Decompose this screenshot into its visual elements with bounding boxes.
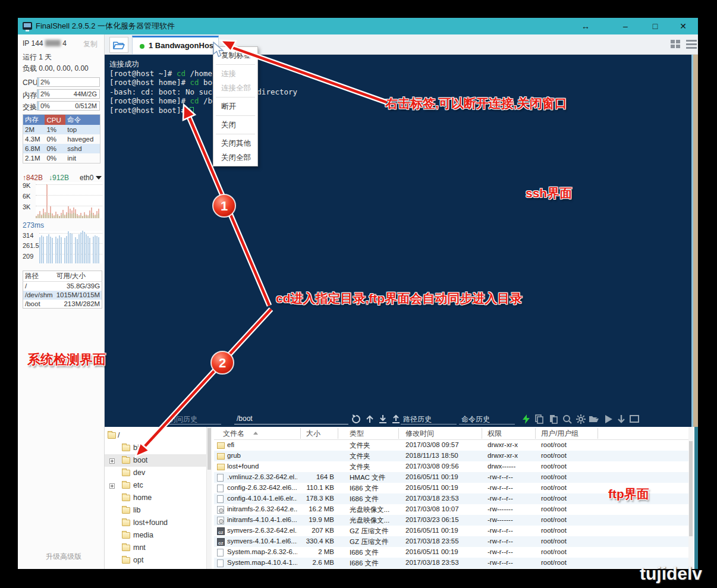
proc-col-header[interactable]: 内存: [23, 115, 45, 125]
server-ip: IP 144 4: [23, 39, 67, 48]
window-icon[interactable]: [629, 414, 640, 425]
tree-item-label: dev: [133, 468, 145, 477]
pull-down-icon[interactable]: [616, 414, 627, 425]
drag-resize-icon[interactable]: ↔: [576, 18, 596, 34]
net-down-label: ↓912B: [49, 174, 69, 182]
tab-bandwagonhost[interactable]: 1 BandwagonHost: [132, 36, 219, 55]
file-cell-type: HMAC 文件: [350, 473, 404, 482]
file-cell-size: 2 MB: [285, 548, 334, 555]
file-cell-size: 2.6 MB: [285, 559, 334, 566]
file-col-header[interactable]: 权限: [488, 429, 502, 439]
file-col-header[interactable]: 文件名: [223, 429, 244, 439]
tree-item-mnt[interactable]: mnt: [105, 542, 207, 554]
process-row[interactable]: 2M1%top: [23, 125, 100, 134]
minimize-button[interactable]: –: [615, 18, 636, 34]
list-view-icon[interactable]: [686, 40, 697, 49]
grid-view-icon[interactable]: [671, 40, 681, 49]
tree-item-home[interactable]: home: [105, 492, 207, 504]
menu-item[interactable]: 关闭全部: [213, 150, 257, 165]
net-iface-select[interactable]: eth0: [80, 174, 102, 182]
tree-item-media[interactable]: media: [105, 529, 207, 542]
expander-icon[interactable]: [109, 458, 115, 464]
tree-item-dev[interactable]: dev: [105, 467, 207, 479]
maximize-button[interactable]: □: [645, 18, 665, 34]
annotation-ftp-label: ftp界面: [608, 486, 649, 502]
app-icon: [23, 22, 32, 30]
menu-item[interactable]: 关闭其他: [213, 136, 257, 150]
menu-item[interactable]: 关闭: [213, 118, 257, 132]
tree-item-label: boot: [133, 456, 147, 464]
disk-row[interactable]: /boot213M/282M: [23, 300, 102, 309]
upgrade-link[interactable]: 升级高级版: [46, 552, 81, 562]
refresh-icon[interactable]: [351, 414, 361, 425]
open-folder-icon[interactable]: [589, 414, 599, 425]
tree-item-[interactable]: /: [105, 429, 207, 442]
process-row[interactable]: 4.3M0%haveged: [23, 134, 100, 144]
file-col-header[interactable]: 大小: [306, 429, 320, 439]
copy-icon[interactable]: [534, 414, 545, 425]
disk-usage-table[interactable]: 路径可用/大小/35.8G/39G/dev/shm1015M/1015M/boo…: [23, 271, 102, 309]
file-list-header: 文件名大小类型修改时间权限用户/用户组: [214, 427, 690, 440]
file-row[interactable]: initramfs-2.6.32-642.e...16.2 MB光盘映像文...…: [214, 504, 690, 515]
file-cell-type: 文件夹: [350, 452, 404, 461]
chevron-down-icon: [96, 176, 102, 180]
file-row[interactable]: System.map-2.6.32-6...2 MBI686 文件2016/05…: [214, 547, 690, 558]
open-connection-button[interactable]: [109, 37, 128, 53]
file-row[interactable]: symvers-4.10.4-1.el6....330.4 KBGZ 压缩文件2…: [214, 536, 690, 547]
close-button[interactable]: ✕: [673, 18, 693, 34]
paste-icon[interactable]: [548, 414, 559, 425]
upload-icon[interactable]: [391, 414, 401, 425]
file-row[interactable]: grub文件夹2018/11/13 18:50drwxr-xr-xroot/ro…: [214, 451, 690, 461]
process-table[interactable]: 内存CPU命令2M1%top4.3M0%haveged6.8M0%sshd2.1…: [23, 114, 100, 163]
expander-icon[interactable]: [109, 483, 115, 489]
file-cell-name: efi: [227, 441, 297, 448]
search-icon[interactable]: [562, 414, 573, 425]
terminal-line: -bash: cd: boot: No such file or directo…: [109, 87, 297, 97]
visit-history-field[interactable]: 访问历史: [169, 414, 197, 425]
file-row[interactable]: efi文件夹2017/03/08 09:57drwxr-xr-xroot/roo…: [214, 440, 690, 451]
file-cell-mtime: 2016/05/11 00:19: [405, 473, 483, 480]
disk-col-header[interactable]: 可用/大小: [55, 271, 102, 282]
file-row[interactable]: symvers-2.6.32-642.el...207 KBGZ 压缩文件201…: [214, 526, 690, 536]
tree-item-etc[interactable]: etc: [105, 479, 207, 492]
tree-scrollbar[interactable]: [207, 427, 212, 569]
file-row[interactable]: lost+found文件夹2017/03/08 09:56drwx------r…: [214, 461, 690, 472]
tree-item-opt[interactable]: opt: [105, 554, 207, 567]
file-cell-perm: -rw-------: [488, 516, 538, 523]
folder-icon: [122, 532, 130, 539]
file-list-scrollbar[interactable]: [688, 427, 693, 569]
process-row[interactable]: 2.1M0%init: [23, 153, 100, 163]
proc-col-header[interactable]: 命令: [65, 115, 100, 125]
file-col-header[interactable]: 修改时间: [405, 429, 434, 439]
file-row[interactable]: System.map-4.10.4-1...2.6 MBI686 文件2017/…: [214, 558, 690, 568]
download-icon[interactable]: [378, 414, 388, 425]
tree-item-label: mnt: [133, 543, 146, 552]
menu-item[interactable]: 断开: [213, 99, 257, 114]
disk-row[interactable]: /dev/shm1015M/1015M: [23, 291, 102, 300]
tree-item-lib[interactable]: lib: [105, 504, 207, 517]
file-row[interactable]: initramfs-4.10.4-1.el6....19.9 MB光盘映像文..…: [214, 515, 690, 526]
folder-open-icon: [113, 40, 125, 50]
cmd-history-field[interactable]: 命令历史: [461, 414, 490, 425]
disk-row[interactable]: /35.8G/39G: [23, 282, 102, 291]
proc-col-header[interactable]: CPU: [45, 115, 65, 125]
file-cell-type: 光盘映像文...: [350, 516, 404, 525]
path-history-field[interactable]: 路径历史: [403, 414, 432, 425]
run-play-icon[interactable]: [603, 414, 614, 425]
settings-gear-icon[interactable]: [576, 414, 586, 425]
tree-item-lostfound[interactable]: lost+found: [105, 517, 207, 529]
copy-ip-button[interactable]: 复制: [83, 39, 98, 49]
disk-col-header[interactable]: 路径: [23, 271, 55, 282]
file-cell-owner: root/root: [541, 495, 589, 502]
file-cell-size: 330.4 KB: [285, 537, 334, 545]
tree-item-bin[interactable]: bin: [105, 442, 207, 454]
file-row[interactable]: .vmlinuz-2.6.32-642.el...164 BHMAC 文件201…: [214, 472, 690, 483]
power-lightning-icon[interactable]: [521, 414, 532, 425]
parent-dir-icon[interactable]: [364, 414, 375, 425]
process-row[interactable]: 6.8M0%sshd: [23, 144, 100, 153]
file-col-header[interactable]: 类型: [350, 429, 364, 439]
tree-item-boot[interactable]: boot: [105, 454, 207, 467]
file-col-header[interactable]: 用户/用户组: [541, 429, 578, 439]
file-cell-type: GZ 压缩文件: [350, 537, 404, 546]
path-field[interactable]: /boot: [237, 414, 253, 423]
